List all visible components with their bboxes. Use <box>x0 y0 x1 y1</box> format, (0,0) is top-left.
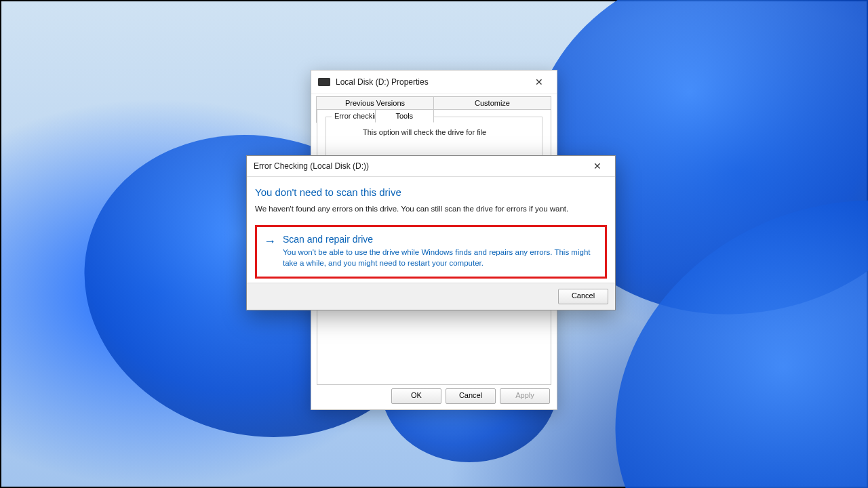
option-description: You won't be able to use the drive while… <box>283 247 598 268</box>
properties-titlebar[interactable]: Local Disk (D:) Properties ✕ <box>311 70 557 94</box>
close-icon: ✕ <box>535 77 543 87</box>
close-button[interactable]: ✕ <box>524 72 554 92</box>
dialog-heading: You don't need to scan this drive <box>255 186 607 198</box>
tab-tools[interactable]: Tools <box>375 109 435 123</box>
dialog-footer: Cancel <box>247 283 615 310</box>
properties-button-row: OK Cancel Apply <box>391 388 550 404</box>
apply-button: Apply <box>500 388 550 404</box>
close-icon: ✕ <box>593 161 601 171</box>
option-title: Scan and repair drive <box>283 234 598 245</box>
dialog-close-button[interactable]: ✕ <box>583 156 612 176</box>
properties-title: Local Disk (D:) Properties <box>336 77 524 87</box>
tab-customize[interactable]: Customize <box>433 96 551 110</box>
arrow-right-icon: → <box>264 235 276 268</box>
dialog-title: Error Checking (Local Disk (D:)) <box>254 161 583 171</box>
dialog-cancel-button[interactable]: Cancel <box>558 289 608 304</box>
scan-and-repair-option[interactable]: → Scan and repair drive You won't be abl… <box>255 225 607 279</box>
tab-previous-versions[interactable]: Previous Versions <box>316 96 434 110</box>
option-text: Scan and repair drive You won't be able … <box>283 234 598 268</box>
dialog-titlebar[interactable]: Error Checking (Local Disk (D:)) ✕ <box>247 156 615 177</box>
group-body-text: This option will check the drive for fil… <box>326 117 542 142</box>
ok-button[interactable]: OK <box>391 388 441 404</box>
dialog-subtext: We haven't found any errors on this driv… <box>255 205 607 213</box>
drive-icon <box>318 78 330 86</box>
cancel-button[interactable]: Cancel <box>446 388 496 404</box>
error-checking-dialog: Error Checking (Local Disk (D:)) ✕ You d… <box>246 155 616 310</box>
dialog-content: You don't need to scan this drive We hav… <box>247 177 615 283</box>
